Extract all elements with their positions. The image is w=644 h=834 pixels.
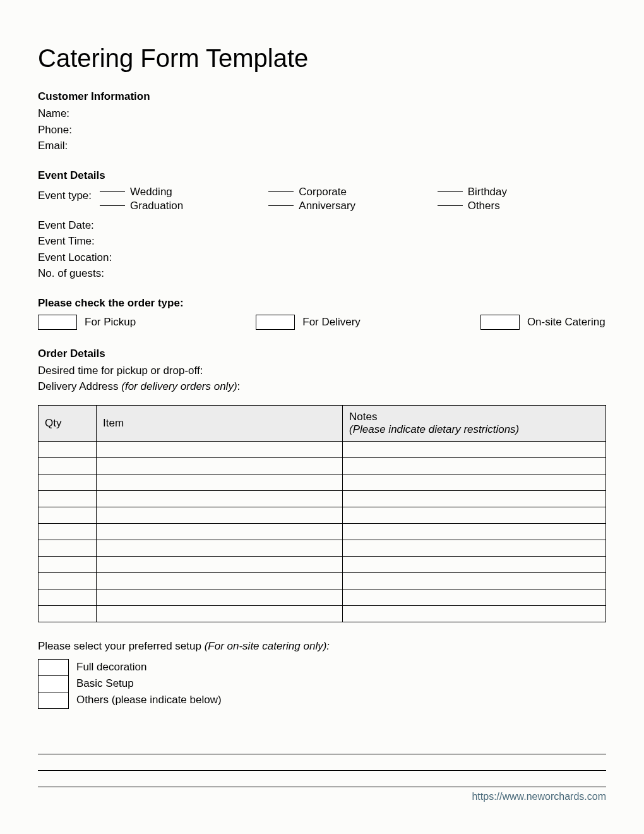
table-row[interactable] xyxy=(39,605,606,622)
table-row[interactable] xyxy=(39,507,606,523)
table-row[interactable] xyxy=(39,589,606,605)
event-time-field[interactable]: Event Time: xyxy=(38,233,606,250)
event-type-graduation[interactable]: Graduation xyxy=(100,200,268,212)
order-type-section: Please check the order type: For Pickup … xyxy=(38,297,606,330)
checkbox-icon[interactable] xyxy=(480,315,520,330)
order-items-table: Qty Item Notes (Please indicate dietary … xyxy=(38,405,606,622)
setup-section: Please select your preferred setup (For … xyxy=(38,640,606,709)
phone-field[interactable]: Phone: xyxy=(38,122,606,138)
footer-url[interactable]: https://www.neworchards.com xyxy=(38,791,606,802)
customer-info-section: Customer Information Name: Phone: Email: xyxy=(38,90,606,154)
order-details-header: Order Details xyxy=(38,348,606,360)
freeform-lines[interactable] xyxy=(38,738,606,787)
order-type-header: Please check the order type: xyxy=(38,297,606,310)
customer-info-header: Customer Information xyxy=(38,90,606,103)
page-title: Catering Form Template xyxy=(38,44,606,73)
event-type-anniversary[interactable]: Anniversary xyxy=(268,200,437,212)
event-type-wedding[interactable]: Wedding xyxy=(100,186,268,198)
table-header-qty: Qty xyxy=(39,405,97,441)
order-type-pickup[interactable]: For Pickup xyxy=(38,315,136,330)
event-type-options: Wedding Corporate Birthday Graduation An… xyxy=(100,186,606,212)
table-row[interactable] xyxy=(39,523,606,540)
event-location-field[interactable]: Event Location: xyxy=(38,250,606,266)
event-type-others[interactable]: Others xyxy=(438,200,606,212)
order-type-onsite[interactable]: On-site Catering xyxy=(480,315,605,330)
setup-option-basic[interactable]: Basic Setup xyxy=(39,675,222,692)
table-row[interactable] xyxy=(39,441,606,457)
event-details-header: Event Details xyxy=(38,169,606,182)
checkbox-icon[interactable] xyxy=(39,675,69,692)
order-details-section: Order Details Desired time for pickup or… xyxy=(38,348,606,622)
event-date-field[interactable]: Event Date: xyxy=(38,217,606,234)
table-row[interactable] xyxy=(39,572,606,589)
table-row[interactable] xyxy=(39,556,606,572)
checkbox-icon[interactable] xyxy=(39,692,69,708)
table-row[interactable] xyxy=(39,474,606,490)
table-row[interactable] xyxy=(39,490,606,507)
table-header-notes: Notes (Please indicate dietary restricti… xyxy=(343,405,606,441)
checkbox-icon[interactable] xyxy=(38,315,77,330)
event-type-corporate[interactable]: Corporate xyxy=(268,186,437,198)
table-row[interactable] xyxy=(39,457,606,474)
order-type-delivery[interactable]: For Delivery xyxy=(256,315,361,330)
event-details-section: Event Details Event type: Wedding Corpor… xyxy=(38,169,606,282)
checkbox-icon[interactable] xyxy=(39,659,69,675)
delivery-address-field[interactable]: Delivery Address (for delivery orders on… xyxy=(38,378,606,395)
table-header-item: Item xyxy=(97,405,343,441)
checkbox-icon[interactable] xyxy=(256,315,295,330)
event-type-label: Event type: xyxy=(38,186,100,202)
desired-time-field[interactable]: Desired time for pickup or drop-off: xyxy=(38,363,606,379)
setup-option-full[interactable]: Full decoration xyxy=(39,659,222,675)
setup-intro: Please select your preferred setup (For … xyxy=(38,640,606,653)
setup-option-others[interactable]: Others (please indicate below) xyxy=(39,692,222,708)
name-field[interactable]: Name: xyxy=(38,106,606,122)
event-type-birthday[interactable]: Birthday xyxy=(438,186,606,198)
guests-field[interactable]: No. of guests: xyxy=(38,265,606,282)
table-row[interactable] xyxy=(39,540,606,556)
email-field[interactable]: Email: xyxy=(38,138,606,154)
